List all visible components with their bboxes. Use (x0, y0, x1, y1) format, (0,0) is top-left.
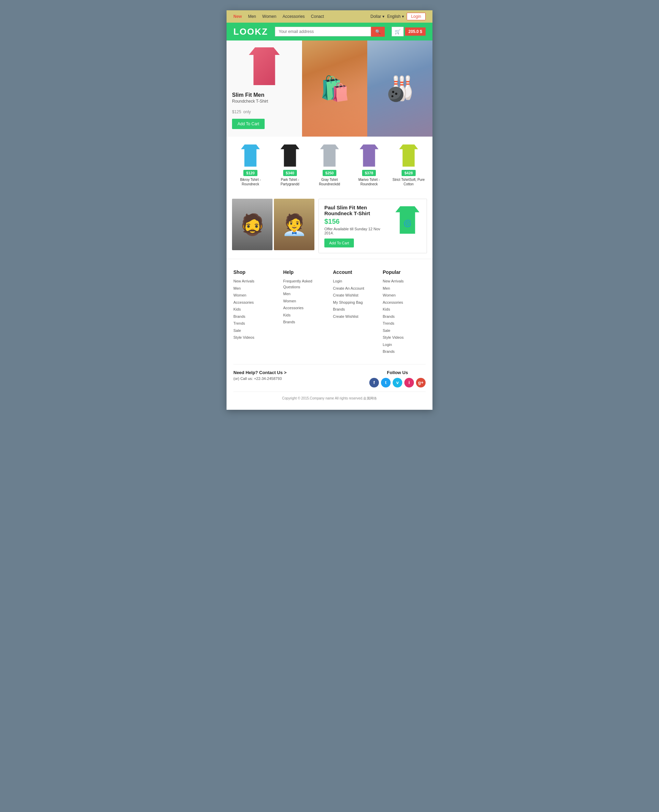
need-help-link[interactable]: Need Help? Contact Us > (233, 370, 363, 375)
product-card-2[interactable]: $250 Gray Tshirt Roundneckdd (311, 143, 348, 186)
footer-popular-men[interactable]: Men (383, 285, 426, 292)
footer-popular-style-videos[interactable]: Style Videos (383, 334, 426, 341)
footer-popular-brands-2[interactable]: Brands (383, 349, 426, 355)
promo-card: Paul Slim Fit Men Roundneck T-Shirt $156… (318, 199, 427, 253)
footer-bottom: Need Help? Contact Us > (or) Call us: +2… (233, 364, 426, 388)
product-tshirt-3 (360, 145, 378, 167)
footer: Shop New Arrivals Men Women Accessories … (227, 259, 432, 410)
page-wrapper: New Men Women Accessories Conact Dollar … (227, 10, 432, 410)
product-card-1[interactable]: $340 Park Tshirt - Partygrandd (271, 143, 308, 186)
hero-price-note: only (243, 109, 251, 114)
search-icon: 🔍 (375, 29, 381, 34)
footer-popular-kids[interactable]: Kids (383, 306, 426, 312)
footer-help-col: Help Frequently Asked Questions Men Wome… (283, 270, 326, 356)
footer-help-men[interactable]: Men (283, 291, 326, 297)
footer-shop-kids[interactable]: Kids (233, 306, 276, 312)
product-name-2: Gray Tshirt Roundneckdd (311, 177, 348, 186)
hero-product-subtitle: Roundcheck T-Shirt (232, 99, 296, 104)
social-icons: f t v i g+ (369, 378, 426, 388)
product-tshirt-2 (320, 145, 339, 167)
product-card-4[interactable]: $428 Strict TshirtSoft, Pure Cotton (390, 143, 427, 186)
promo-offer-text: Offer Available till Sunday 12 Nov 2014. (324, 227, 389, 235)
cart-icon: 🛒 (395, 29, 400, 34)
product-price-3: $378 (362, 170, 376, 176)
cart-area: 🛒 205.0 $ (392, 27, 426, 36)
product-price-4: $428 (402, 170, 415, 176)
twitter-icon[interactable]: t (381, 378, 391, 388)
top-nav-right: Dollar ▾ English ▾ Login (370, 13, 426, 20)
footer-help-title: Help (283, 270, 326, 275)
hero-product-price: $125 only (232, 106, 296, 115)
model-2-icon: 🧑‍💼 (281, 213, 307, 237)
footer-popular-accessories[interactable]: Accessories (383, 300, 426, 306)
products-section: $120 Bikroy Tshirt - Roundneck $340 Park… (227, 137, 432, 193)
footer-contact: Need Help? Contact Us > (or) Call us: +2… (233, 370, 363, 381)
footer-popular-col: Popular New Arrivals Men Women Accessori… (383, 270, 426, 356)
footer-account-login[interactable]: Login (333, 278, 376, 284)
promo-add-to-cart-button[interactable]: Add To Cart (324, 238, 354, 248)
currency-selector[interactable]: Dollar ▾ (370, 14, 385, 19)
hero-add-to-cart-button[interactable]: Add To Cart (232, 119, 265, 129)
login-button[interactable]: Login (407, 13, 426, 20)
product-tshirt-0 (241, 145, 260, 167)
header: Lookz 🔍 🛒 205.0 $ (227, 23, 432, 41)
promo-tshirt-image: 🌀 (394, 205, 421, 235)
hero-image-shopping: 🛍️ (302, 41, 367, 137)
nav-women[interactable]: Women (262, 14, 276, 19)
footer-shop-brands[interactable]: Brands (233, 314, 276, 320)
model-1-icon: 🧔 (240, 213, 265, 237)
search-button[interactable]: 🔍 (371, 27, 385, 37)
footer-account-col: Account Login Create An Account Create W… (333, 270, 376, 356)
footer-columns: Shop New Arrivals Men Women Accessories … (233, 270, 426, 356)
product-image-3 (351, 143, 388, 167)
footer-popular-sale[interactable]: Sale (383, 328, 426, 334)
cart-total: 205.0 $ (405, 27, 426, 36)
product-price-2: $250 (323, 170, 336, 176)
footer-shop-accessories[interactable]: Accessories (233, 300, 276, 306)
footer-help-women[interactable]: Women (283, 298, 326, 304)
facebook-icon[interactable]: f (369, 378, 379, 388)
footer-shop-sale[interactable]: Sale (233, 328, 276, 334)
hero-tshirt-image (249, 47, 280, 85)
product-price-1: $340 (283, 170, 297, 176)
footer-shop-men[interactable]: Men (233, 285, 276, 292)
instagram-icon[interactable]: i (404, 378, 414, 388)
footer-account-wishlist[interactable]: Create Wishlist (333, 292, 376, 298)
footer-popular-trends[interactable]: Trends (383, 320, 426, 326)
footer-popular-women[interactable]: Women (383, 292, 426, 298)
promo-photos: 🧔 🧑‍💼 (232, 199, 314, 253)
cart-icon-button[interactable]: 🛒 (392, 27, 404, 36)
hero-tshirt (247, 47, 281, 88)
promo-product-price: $156 (324, 218, 389, 225)
nav-new[interactable]: New (233, 14, 242, 19)
footer-popular-brands[interactable]: Brands (383, 314, 426, 320)
footer-popular-login[interactable]: Login (383, 342, 426, 348)
footer-shop-women[interactable]: Women (233, 292, 276, 298)
footer-help-accessories[interactable]: Accessories (283, 305, 326, 311)
footer-shop-trends[interactable]: Trends (233, 320, 276, 326)
nav-contact[interactable]: Conact (311, 14, 324, 19)
promo-photo-2: 🧑‍💼 (274, 199, 314, 250)
footer-account-create-wishlist[interactable]: Create Wishlist (333, 314, 376, 320)
footer-account-create[interactable]: Create An Account (333, 285, 376, 292)
footer-account-shopping-bag[interactable]: My Shopping Bag (333, 300, 376, 306)
nav-accessories[interactable]: Accessories (282, 14, 305, 19)
vimeo-icon[interactable]: v (393, 378, 402, 388)
product-card-0[interactable]: $120 Bikroy Tshirt - Roundneck (232, 143, 269, 186)
footer-shop-style-videos[interactable]: Style Videos (233, 334, 276, 341)
promo-product-title: Paul Slim Fit Men Roundneck T-Shirt (324, 205, 389, 216)
nav-men[interactable]: Men (248, 14, 256, 19)
footer-help-kids[interactable]: Kids (283, 312, 326, 318)
logo: Lookz (233, 27, 268, 37)
search-area: 🔍 (275, 27, 385, 37)
product-card-3[interactable]: $378 Marivo Tshirt - Roundneck (351, 143, 388, 186)
googleplus-icon[interactable]: g+ (416, 378, 426, 388)
footer-account-brands[interactable]: Brands (333, 306, 376, 312)
language-selector[interactable]: English ▾ (387, 14, 404, 19)
footer-shop-new-arrivals[interactable]: New Arrivals (233, 278, 276, 284)
footer-help-faq[interactable]: Frequently Asked Questions (283, 278, 326, 290)
search-input[interactable] (275, 27, 371, 36)
hero-left: Slim Fit Men Roundcheck T-Shirt $125 onl… (227, 41, 302, 137)
footer-help-brands[interactable]: Brands (283, 319, 326, 325)
footer-popular-new-arrivals[interactable]: New Arrivals (383, 278, 426, 284)
